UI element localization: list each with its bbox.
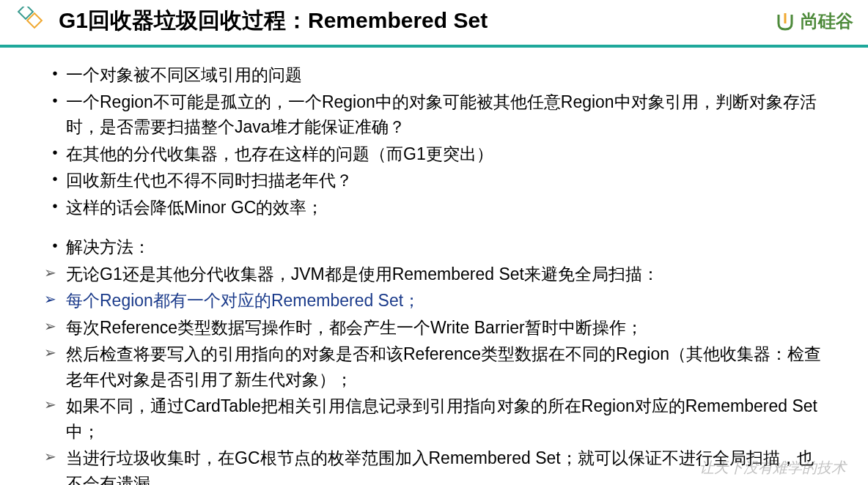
bullet-item: •这样的话会降低Minor GC的效率； (44, 195, 824, 221)
brand-logo: 尚硅谷 (774, 10, 853, 33)
solution-header: • 解决方法： (44, 234, 824, 260)
bullet-text: 一个对象被不同区域引用的问题 (66, 62, 824, 88)
arrow-marker: ➢ (44, 341, 66, 363)
watermark-text: 让天下没有难学的技术 (699, 458, 846, 478)
solution-label: 解决方法： (66, 234, 824, 260)
bullet-item: •一个对象被不同区域引用的问题 (44, 62, 824, 88)
slide-content: •一个对象被不同区域引用的问题•一个Region不可能是孤立的，一个Region… (0, 48, 868, 485)
arrow-text: 然后检查将要写入的引用指向的对象是否和该Reference类型数据在不同的Reg… (66, 341, 824, 392)
arrow-marker: ➢ (44, 445, 66, 467)
logo-left-icon (15, 7, 44, 36)
bullet-marker: • (44, 195, 66, 217)
arrow-text: 无论G1还是其他分代收集器，JVM都是使用Remembered Set来避免全局… (66, 262, 824, 287)
bullet-marker: • (44, 141, 66, 163)
bullet-item: •一个Region不可能是孤立的，一个Region中的对象可能被其他任意Regi… (44, 89, 824, 140)
bullet-text: 在其他的分代收集器，也存在这样的问题（而G1更突出） (66, 141, 824, 167)
arrow-item: ➢然后检查将要写入的引用指向的对象是否和该Reference类型数据在不同的Re… (44, 341, 824, 392)
arrow-item: ➢无论G1还是其他分代收集器，JVM都是使用Remembered Set来避免全… (44, 262, 824, 287)
arrow-text: 如果不同，通过CardTable把相关引用信息记录到引用指向对象的所在Regio… (66, 393, 824, 444)
bullet-marker: • (44, 168, 66, 190)
slide-title: G1回收器垃圾回收过程：Remembered Set (59, 6, 774, 36)
slide-header: G1回收器垃圾回收过程：Remembered Set 尚硅谷 (0, 0, 868, 48)
brand-icon (774, 10, 796, 32)
arrow-text: 每次Reference类型数据写操作时，都会产生一个Write Barrier暂… (66, 315, 824, 341)
problem-list: •一个对象被不同区域引用的问题•一个Region不可能是孤立的，一个Region… (44, 62, 824, 220)
arrow-item: ➢每次Reference类型数据写操作时，都会产生一个Write Barrier… (44, 315, 824, 341)
bullet-text: 一个Region不可能是孤立的，一个Region中的对象可能被其他任意Regio… (66, 89, 824, 140)
bullet-marker: • (44, 62, 66, 84)
bullet-item: •在其他的分代收集器，也存在这样的问题（而G1更突出） (44, 141, 824, 167)
arrow-marker: ➢ (44, 288, 66, 310)
bullet-text: 回收新生代也不得不同时扫描老年代？ (66, 168, 824, 193)
brand-text: 尚硅谷 (801, 10, 853, 33)
arrow-marker: ➢ (44, 315, 66, 337)
bullet-marker: • (44, 234, 66, 256)
arrow-marker: ➢ (44, 393, 66, 415)
bullet-marker: • (44, 89, 66, 111)
arrow-item: ➢每个Region都有一个对应的Remembered Set； (44, 288, 824, 314)
arrow-item: ➢如果不同，通过CardTable把相关引用信息记录到引用指向对象的所在Regi… (44, 393, 824, 444)
bullet-item: •回收新生代也不得不同时扫描老年代？ (44, 168, 824, 193)
bullet-text: 这样的话会降低Minor GC的效率； (66, 195, 824, 221)
solution-list: ➢无论G1还是其他分代收集器，JVM都是使用Remembered Set来避免全… (44, 262, 824, 486)
arrow-text: 每个Region都有一个对应的Remembered Set； (66, 288, 824, 314)
arrow-marker: ➢ (44, 262, 66, 284)
